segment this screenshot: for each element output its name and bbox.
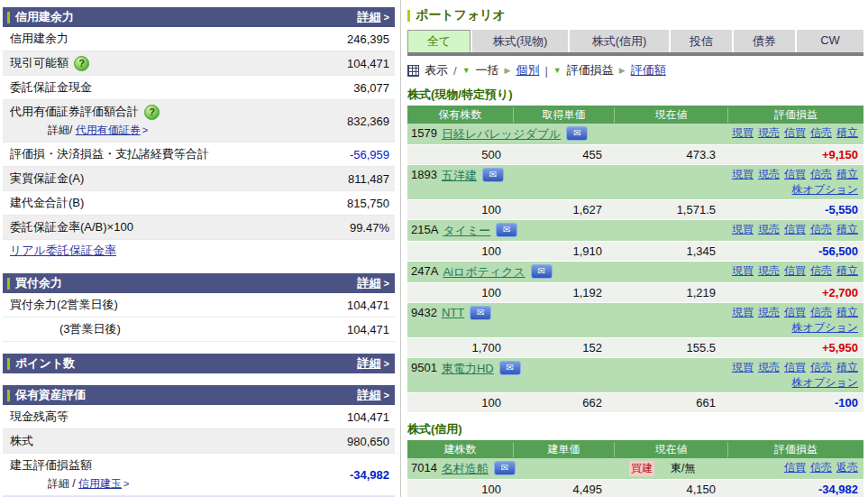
- help-icon[interactable]: ?: [74, 56, 89, 71]
- order-link-shinsell[interactable]: 信売: [810, 361, 832, 373]
- order-link-genbuy[interactable]: 現買: [732, 168, 754, 180]
- order-link-shinbuy[interactable]: 信買: [784, 461, 806, 474]
- mail-icon[interactable]: ✉: [470, 306, 491, 320]
- mail-icon[interactable]: ✉: [482, 168, 504, 182]
- cost: 152: [514, 341, 615, 354]
- order-link-shinsell[interactable]: 信売: [810, 264, 832, 277]
- order-link-gensell[interactable]: 現売: [758, 361, 780, 373]
- individual-mode-link[interactable]: 個別: [516, 62, 539, 78]
- stock-name-link[interactable]: Aiロボティクス: [443, 263, 525, 281]
- value-mode-link[interactable]: 評価額: [631, 62, 666, 78]
- order-link-gensell[interactable]: 現売: [758, 264, 780, 277]
- margin-positions-link[interactable]: 信用建玉: [78, 477, 122, 490]
- order-link-tsumitate[interactable]: 積立: [836, 264, 858, 277]
- portfolio-panel: ポートフォリオ 全て 株式(現物) 株式(信用) 投信 債券 CW 表示 / ▼…: [400, 0, 868, 497]
- portfolio-title: ポートフォリオ: [407, 7, 863, 23]
- row-buying-power-2days: 買付余力(2営業日後) 104,471: [3, 293, 395, 318]
- stock-option-link[interactable]: 株オプション: [792, 321, 858, 334]
- row-open-amount: 建代金合計(B) 815,750: [3, 191, 395, 216]
- order-link-shinbuy[interactable]: 信買: [784, 126, 806, 139]
- stock-name-link[interactable]: 日経レバレッジダブル: [442, 125, 561, 143]
- section-header: 保有資産評価 詳細>: [3, 385, 395, 405]
- stock-option-link[interactable]: 株オプション: [792, 376, 858, 389]
- row-margin-ratio: 委託保証金率(A/B)×100 99.47%: [3, 216, 395, 240]
- tab-cw[interactable]: CW: [797, 30, 863, 52]
- order-link-gensell[interactable]: 現売: [758, 168, 780, 180]
- order-link-tsumitate[interactable]: 積立: [836, 223, 858, 235]
- market-label: 東/無: [671, 461, 695, 476]
- triangle-down-icon: ▼: [462, 66, 471, 75]
- detail-link[interactable]: 詳細>: [358, 9, 389, 25]
- price: 661: [615, 396, 728, 410]
- order-link-shinbuy[interactable]: 信買: [784, 361, 806, 373]
- order-link-shinsell[interactable]: 信売: [810, 223, 832, 235]
- tab-all[interactable]: 全て: [407, 30, 471, 52]
- stock-name-link[interactable]: タイミー: [443, 222, 490, 239]
- detail-link[interactable]: 詳細>: [358, 275, 389, 291]
- chevron-right-icon: >: [381, 12, 389, 23]
- order-link-shinsell[interactable]: 信売: [810, 306, 832, 318]
- portfolio-tabs: 全て 株式(現物) 株式(信用) 投信 債券 CW: [407, 30, 863, 52]
- tab-stock-cash[interactable]: 株式(現物): [472, 30, 568, 52]
- mail-icon[interactable]: ✉: [494, 461, 516, 475]
- order-link-shinsell[interactable]: 信売: [810, 461, 832, 474]
- section-header: 信用建余力 詳細>: [3, 7, 395, 27]
- order-link-gensell[interactable]: 現売: [758, 306, 780, 318]
- order-link-shinsell[interactable]: 信売: [810, 126, 832, 139]
- qty: 100: [407, 483, 514, 496]
- order-link-tsumitate[interactable]: 積立: [836, 126, 858, 139]
- order-link-shinsell[interactable]: 信売: [810, 168, 832, 180]
- mail-icon[interactable]: ✉: [496, 223, 517, 237]
- view-label: 表示: [425, 62, 448, 78]
- stock-name-row: 215A タイミー ✉ 現買現売信買信売積立: [407, 220, 863, 242]
- stock-name-link[interactable]: NTT: [442, 305, 464, 319]
- order-link-close[interactable]: 返売: [836, 461, 858, 474]
- tab-stock-margin[interactable]: 株式(信用): [570, 30, 669, 52]
- qty: 100: [407, 244, 514, 258]
- row-open-position-pl: 建玉評価損益額 詳細 / 信用建玉> -34,982: [3, 454, 395, 496]
- qty: 1,700: [407, 341, 514, 354]
- order-link-genbuy[interactable]: 現買: [732, 223, 754, 235]
- order-link-tsumitate[interactable]: 積立: [836, 168, 858, 180]
- chevron-right-icon: >: [141, 124, 148, 135]
- price: 1,219: [615, 286, 728, 299]
- mail-icon[interactable]: ✉: [566, 126, 588, 141]
- realtime-margin-ratio-link[interactable]: リアル委託保証金率: [10, 243, 116, 259]
- pl: +5,950: [728, 341, 863, 354]
- order-link-gensell[interactable]: 現売: [758, 223, 780, 235]
- stock-name-link[interactable]: 東電力HD: [442, 360, 494, 377]
- table-header: 建株数 建単価 現在値 評価損益: [407, 440, 863, 458]
- row-deposit-cash: 委託保証金現金 36,077: [3, 76, 395, 100]
- substitute-securities-link[interactable]: 代用有価証券: [76, 124, 141, 136]
- order-link-shinbuy[interactable]: 信買: [784, 306, 806, 318]
- qty: 100: [407, 286, 514, 299]
- order-link-shinbuy[interactable]: 信買: [784, 264, 806, 277]
- stock-option-link[interactable]: 株オプション: [792, 183, 858, 196]
- order-link-shinbuy[interactable]: 信買: [784, 223, 806, 235]
- pl-mode-label: 評価損益: [567, 62, 614, 78]
- stock-name-link[interactable]: 名村造船: [442, 460, 489, 477]
- section-title: ポイント数: [15, 355, 75, 372]
- stock-values-row: 100 1,192 1,219 +2,700: [407, 283, 863, 303]
- order-link-tsumitate[interactable]: 積立: [836, 361, 858, 373]
- tab-funds[interactable]: 投信: [671, 30, 732, 52]
- order-link-gensell[interactable]: 現売: [758, 126, 780, 139]
- detail-link[interactable]: 詳細>: [358, 355, 389, 372]
- mail-icon[interactable]: ✉: [531, 264, 553, 279]
- order-link-genbuy[interactable]: 現買: [732, 264, 754, 277]
- price: 1,571.5: [615, 203, 728, 216]
- help-icon[interactable]: ?: [144, 105, 160, 120]
- order-link-genbuy[interactable]: 現買: [732, 361, 754, 373]
- order-link-genbuy[interactable]: 現買: [732, 126, 754, 139]
- order-link-genbuy[interactable]: 現買: [732, 306, 754, 318]
- pl: -56,500: [728, 244, 863, 258]
- detail-link[interactable]: 詳細>: [358, 387, 389, 403]
- order-link-shinbuy[interactable]: 信買: [784, 168, 806, 180]
- triangle-down-icon: ▼: [553, 66, 562, 75]
- stock-code: 1579: [411, 125, 437, 140]
- margin-stocks-title: 株式(信用): [407, 421, 863, 437]
- mail-icon[interactable]: ✉: [499, 361, 521, 375]
- tab-bonds[interactable]: 債券: [734, 30, 795, 52]
- stock-name-link[interactable]: 五洋建: [442, 167, 477, 184]
- order-link-tsumitate[interactable]: 積立: [836, 306, 858, 318]
